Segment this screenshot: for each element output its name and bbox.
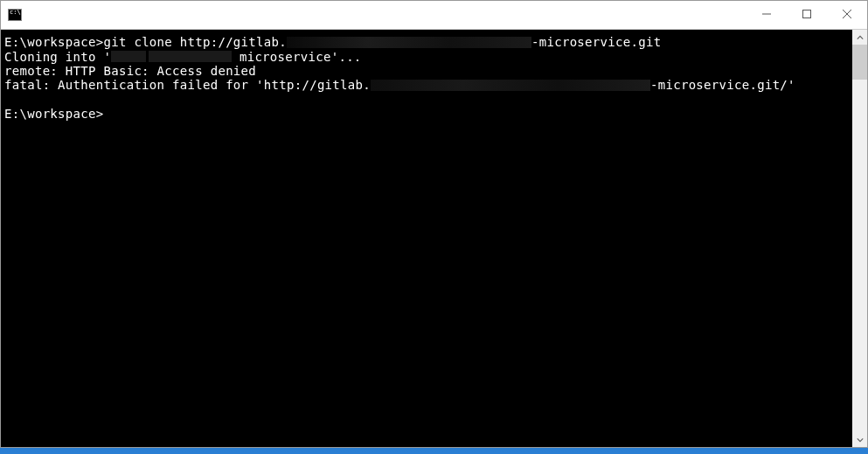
chevron-down-icon [857, 437, 864, 444]
output-text: microservice'... [240, 50, 362, 64]
chevron-up-icon [857, 34, 864, 41]
content-area: E:\workspace>git clone http://gitlab.-mi… [1, 30, 867, 447]
redacted-title [29, 7, 186, 23]
window-title [29, 7, 186, 23]
scroll-down-button[interactable] [852, 432, 867, 447]
scroll-thumb[interactable] [852, 45, 867, 80]
svg-rect-1 [803, 10, 811, 18]
terminal-line: remote: HTTP Basic: Access denied [4, 64, 849, 78]
redacted-text [287, 37, 531, 48]
cmd-icon [8, 9, 22, 21]
output-text: remote: HTTP Basic: Access denied [4, 64, 256, 78]
terminal-line [4, 93, 849, 107]
output-text: fatal: Authentication failed for 'http:/… [4, 78, 371, 92]
vertical-scrollbar[interactable] [852, 30, 867, 447]
prompt: E:\workspace> [4, 35, 103, 49]
redacted-text [111, 51, 146, 62]
minimize-icon [762, 10, 771, 18]
terminal-line: E:\workspace>git clone http://gitlab.-mi… [4, 35, 849, 50]
scroll-track[interactable] [852, 45, 867, 432]
terminal-line: fatal: Authentication failed for 'http:/… [4, 78, 849, 93]
minimize-button[interactable] [746, 1, 787, 27]
terminal-output[interactable]: E:\workspace>git clone http://gitlab.-mi… [1, 30, 852, 447]
titlebar[interactable] [1, 1, 867, 30]
output-text: Cloning into ' [4, 50, 111, 64]
window-controls [746, 1, 867, 27]
terminal-line: E:\workspace> [4, 107, 849, 121]
command-text: git clone http://gitlab. [103, 35, 287, 49]
terminal-line: Cloning into ' microservice'... [4, 50, 849, 65]
redacted-text [149, 51, 232, 62]
maximize-button[interactable] [787, 1, 827, 27]
close-icon [843, 10, 851, 18]
command-text: -microservice.git [531, 35, 661, 49]
command-prompt-window: E:\workspace>git clone http://gitlab.-mi… [0, 0, 868, 448]
redacted-text [371, 80, 650, 91]
output-text: -microservice.git/' [650, 78, 795, 92]
maximize-icon [802, 10, 811, 18]
scroll-up-button[interactable] [852, 30, 867, 45]
close-button[interactable] [827, 1, 867, 27]
prompt: E:\workspace> [4, 107, 103, 121]
